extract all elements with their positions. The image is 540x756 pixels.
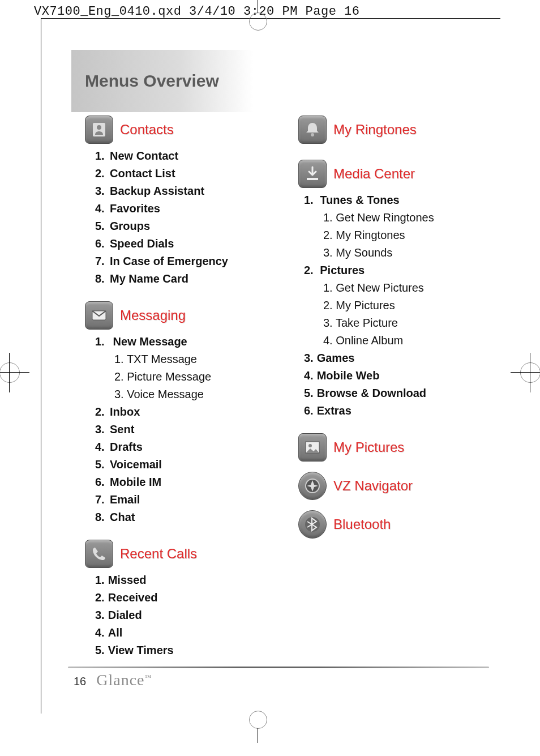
left-column: Contacts New Contact Contact List Backup… (85, 113, 276, 677)
list-item: In Case of Emergency (95, 253, 276, 270)
page-number: 16 (74, 675, 86, 688)
list-item: Email (95, 491, 276, 509)
bluetooth-icon (298, 510, 327, 539)
crop-mark-top (41, 18, 500, 19)
right-column: My Ringtones Media Center Tunes & Tones … (298, 113, 489, 677)
list-item: Extras (304, 402, 489, 420)
my-ringtones-title: My Ringtones (333, 122, 417, 138)
crop-mark-left (41, 18, 41, 714)
sub-list-item: TXT Message (114, 351, 276, 368)
list-item: Contact List (95, 165, 276, 182)
messaging-header: Messaging (85, 301, 276, 330)
registration-mark-left (0, 362, 20, 383)
contacts-list: New Contact Contact List Backup Assistan… (85, 147, 276, 288)
list-item-label: Pictures (320, 264, 365, 276)
media-center-list: Tunes & Tones Get New Ringtones My Ringt… (298, 191, 489, 420)
contacts-title: Contacts (120, 122, 174, 138)
messaging-icon (85, 301, 113, 330)
svg-point-6 (308, 444, 312, 447)
sub-list-item: Online Album (323, 332, 489, 349)
list-item: Mobile Web (304, 367, 489, 385)
media-sub-list: Get New Pictures My Pictures Take Pictur… (304, 279, 489, 349)
list-item: Inbox (95, 403, 276, 421)
media-sub-list: Get New Ringtones My Ringtones My Sounds (304, 209, 489, 262)
registration-mark-top (249, 12, 267, 31)
sub-list-item: Voice Message (114, 386, 276, 403)
svg-point-1 (97, 125, 101, 130)
my-pictures-title: My Pictures (333, 439, 404, 455)
footer-rule (68, 667, 489, 668)
list-item: Drafts (95, 438, 276, 456)
page-title-block: Menus Overview (71, 50, 253, 112)
list-item: Chat (95, 509, 276, 526)
list-item: Backup Assistant (95, 182, 276, 200)
list-item: Voicemail (95, 456, 276, 473)
list-item: Pictures Get New Pictures My Pictures Ta… (304, 262, 489, 349)
registration-mark-bottom (249, 711, 267, 729)
recent-calls-header: Recent Calls (85, 540, 276, 568)
vz-navigator-header: VZ Navigator (298, 472, 489, 500)
sub-list-item: Get New Pictures (323, 279, 489, 297)
list-item: All (95, 624, 276, 642)
sub-list-item: Take Picture (323, 314, 489, 332)
contacts-header: Contacts (85, 116, 276, 144)
list-item-label: Tunes & Tones (320, 194, 399, 206)
picture-icon (298, 433, 327, 462)
sub-list-item: My Sounds (323, 244, 489, 262)
recent-calls-list: Missed Received Dialed All View Timers (85, 571, 276, 659)
registration-mark-right (520, 362, 540, 383)
messaging-sub-list: TXT Message Picture Message Voice Messag… (95, 351, 276, 403)
page-title: Menus Overview (85, 71, 219, 91)
contacts-icon (85, 116, 113, 144)
list-item: My Name Card (95, 270, 276, 288)
list-item: New Message TXT Message Picture Message … (95, 333, 276, 403)
list-item: Dialed (95, 606, 276, 624)
media-center-title: Media Center (333, 166, 415, 182)
compass-icon (298, 472, 327, 500)
list-item-label: New Message (113, 335, 187, 348)
list-item: Mobile IM (95, 473, 276, 491)
svg-point-3 (311, 133, 314, 136)
phone-icon (85, 540, 113, 568)
list-item: New Contact (95, 147, 276, 165)
brand-text: Glance (96, 671, 144, 689)
sub-list-item: Get New Ringtones (323, 209, 489, 227)
list-item: Groups (95, 217, 276, 235)
content-area: Contacts New Contact Contact List Backup… (85, 113, 489, 677)
list-item: View Timers (95, 642, 276, 659)
bell-icon (298, 116, 327, 144)
vz-navigator-title: VZ Navigator (333, 478, 413, 494)
sub-list-item: Picture Message (114, 368, 276, 386)
list-item: Games (304, 349, 489, 367)
brand-tm: ™ (145, 673, 152, 681)
bluetooth-title: Bluetooth (333, 516, 391, 532)
download-icon (298, 160, 327, 188)
list-item: Sent (95, 421, 276, 438)
list-item: Tunes & Tones Get New Ringtones My Ringt… (304, 191, 489, 262)
list-item: Browse & Download (304, 385, 489, 402)
svg-rect-4 (307, 178, 318, 180)
sub-list-item: My Ringtones (323, 227, 489, 244)
list-item: Favorites (95, 200, 276, 217)
messaging-title: Messaging (120, 307, 186, 323)
list-item: Speed Dials (95, 235, 276, 253)
brand-logo: Glance™ (96, 671, 152, 689)
sub-list-item: My Pictures (323, 297, 489, 314)
media-center-header: Media Center (298, 160, 489, 188)
bluetooth-header: Bluetooth (298, 510, 489, 539)
recent-calls-title: Recent Calls (120, 546, 197, 562)
my-ringtones-header: My Ringtones (298, 116, 489, 144)
my-pictures-header: My Pictures (298, 433, 489, 462)
list-item: Missed (95, 571, 276, 589)
messaging-list: New Message TXT Message Picture Message … (85, 333, 276, 526)
footer: 16 Glance™ (74, 671, 152, 689)
list-item: Received (95, 589, 276, 606)
